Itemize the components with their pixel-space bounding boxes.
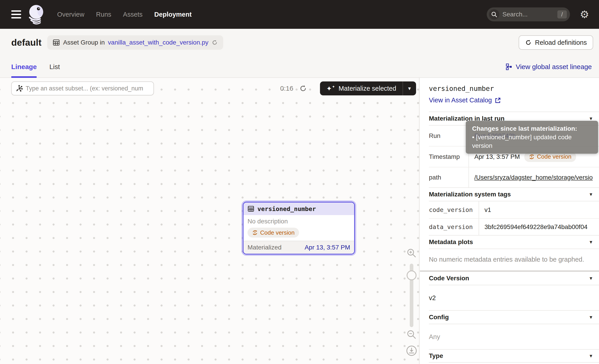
tab-lineage[interactable]: Lineage (11, 56, 37, 77)
external-link-icon (495, 97, 501, 104)
nav-deployment[interactable]: Deployment (154, 11, 192, 18)
search-placeholder: Search... (502, 11, 557, 18)
code-version-badge-label: Code version (537, 153, 571, 160)
view-global-asset-lineage-link[interactable]: View global asset lineage (505, 63, 592, 71)
chevron-down-icon[interactable]: ▼ (589, 315, 593, 320)
row-path: path /Users/sryza/dagster_home/storage/v… (429, 167, 599, 188)
section-heading: Config (429, 314, 449, 321)
catalog-link-label: View in Asset Catalog (429, 96, 492, 104)
asset-node-versioned-number[interactable]: versioned_number No description Code ver… (243, 202, 355, 254)
metadata-plots-empty-text: No numeric metadata entries available to… (429, 249, 599, 270)
zoom-slider-handle[interactable] (407, 270, 416, 280)
nav-runs[interactable]: Runs (96, 11, 111, 18)
section-heading: Type (429, 352, 443, 359)
asset-subset-input[interactable] (26, 85, 150, 92)
section-type[interactable]: Type ▼ (429, 350, 599, 363)
dagster-logo-icon[interactable] (26, 4, 44, 25)
nav-overview[interactable]: Overview (57, 11, 84, 18)
row-label: path (429, 167, 468, 187)
asset-group-table-icon (53, 39, 60, 46)
search-icon (489, 9, 499, 20)
refresh-location-icon[interactable] (211, 39, 218, 46)
asset-node-name: versioned_number (257, 205, 316, 212)
row-label: Timestamp (429, 147, 468, 167)
reload-definitions-label: Reload definitions (535, 39, 587, 46)
asset-node-body: No description Code version (244, 215, 354, 241)
panel-asset-name: versioned_number (429, 85, 599, 93)
tab-list[interactable]: List (49, 56, 60, 77)
chevron-down-icon[interactable]: ▼ (589, 116, 593, 121)
page-title: default (11, 37, 41, 48)
code-location-link[interactable]: vanilla_asset_with_code_version.py (108, 39, 209, 46)
data-version-value: 3bfc269594ef649228e9a74bab00f04 (479, 219, 599, 235)
search-shortcut-badge: / (557, 10, 567, 18)
row-label: code_version (429, 201, 479, 218)
chevron-down-icon[interactable]: ▼ (589, 276, 593, 281)
section-metadata-plots[interactable]: Metadata plots ▼ (429, 235, 599, 249)
op-selector-icon (15, 85, 23, 92)
changes-since-materialization-tooltip: Changes since last materialization: • [v… (466, 121, 598, 154)
global-search-input[interactable]: Search... / (487, 8, 570, 21)
chevron-down-icon[interactable]: ▼ (589, 353, 593, 359)
section-system-tags[interactable]: Materialization system tags ▼ (429, 188, 599, 201)
nav-assets[interactable]: Assets (123, 11, 143, 18)
materialized-timestamp-link[interactable]: Apr 13, 3:57 PM (305, 244, 350, 251)
sparkle-icon: ✦✦ (326, 85, 335, 93)
chevron-down-icon[interactable]: ▼ (589, 192, 593, 197)
materialized-status-label: Materialized (247, 244, 282, 251)
section-heading: Metadata plots (429, 238, 473, 246)
refresh-now-icon[interactable] (299, 84, 307, 93)
global-lineage-label: View global asset lineage (516, 63, 592, 71)
materialize-selected-label: Materialize selected (339, 85, 396, 92)
row-code-version: code_version v1 (429, 201, 599, 218)
code-version-sync-icon (252, 230, 258, 235)
asset-subset-filter[interactable] (11, 81, 154, 95)
tooltip-title: Changes since last materialization: (472, 124, 592, 133)
view-tabs-row: Lineage List View global asset lineage (0, 56, 599, 78)
lineage-graph-icon (505, 63, 513, 70)
settings-gear-icon[interactable]: ⚙ (580, 9, 589, 20)
storage-path-link[interactable]: /Users/sryza/dagster_home/storage/versio (474, 174, 593, 181)
reload-definitions-button[interactable]: Reload definitions (519, 35, 593, 50)
zoom-out-icon[interactable] (406, 329, 417, 340)
row-label: Run (429, 126, 468, 146)
asset-node-description: No description (247, 218, 350, 225)
primary-nav: Overview Runs Assets Deployment (57, 11, 192, 18)
zoom-in-icon[interactable] (406, 248, 417, 258)
asset-table-icon (247, 205, 254, 212)
asset-node-footer: Materialized Apr 13, 3:57 PM (244, 241, 354, 254)
code-version-changed-badge[interactable]: Code version (247, 228, 299, 238)
code-version-value: v1 (479, 201, 599, 218)
section-heading: Materialization system tags (429, 191, 511, 198)
code-version-current-value: v2 (429, 285, 599, 311)
timestamp-value: Apr 13, 3:57 PM (474, 153, 520, 160)
materialize-selected-button[interactable]: ✦✦ Materialize selected ▾ (320, 81, 416, 95)
view-in-asset-catalog-link[interactable]: View in Asset Catalog (429, 96, 599, 104)
row-label: data_version (429, 219, 479, 235)
code-version-badge-label: Code version (260, 229, 295, 236)
zoom-controls (404, 78, 419, 364)
asset-group-breadcrumb: Asset Group in vanilla_asset_with_code_v… (47, 35, 223, 50)
code-version-sync-icon (529, 154, 535, 160)
refresh-timer: 0:16 (280, 81, 307, 95)
section-config[interactable]: Config ▼ (429, 311, 599, 324)
asset-node-header: versioned_number (244, 202, 354, 215)
section-code-version[interactable]: Code Version ▼ (429, 272, 599, 285)
asset-lineage-canvas[interactable]: 0:16 ✦✦ Materialize selected ▾ versioned… (0, 78, 419, 364)
reload-icon (525, 39, 532, 46)
asset-group-prefix: Asset Group in (63, 39, 105, 46)
hamburger-menu-icon[interactable] (11, 10, 21, 18)
row-data-version: data_version 3bfc269594ef649228e9a74bab0… (429, 218, 599, 235)
config-value: Any (429, 324, 599, 350)
section-heading: Code Version (429, 275, 469, 282)
top-navigation-bar: Overview Runs Assets Deployment Search..… (0, 0, 599, 29)
page-header: default Asset Group in vanilla_asset_wit… (0, 29, 599, 56)
download-image-icon[interactable] (406, 345, 417, 356)
timer-countdown: 0:16 (280, 85, 293, 92)
chevron-down-icon[interactable]: ▼ (589, 240, 593, 245)
tooltip-change-item: • [versioned_number] updated code versio… (472, 133, 592, 150)
